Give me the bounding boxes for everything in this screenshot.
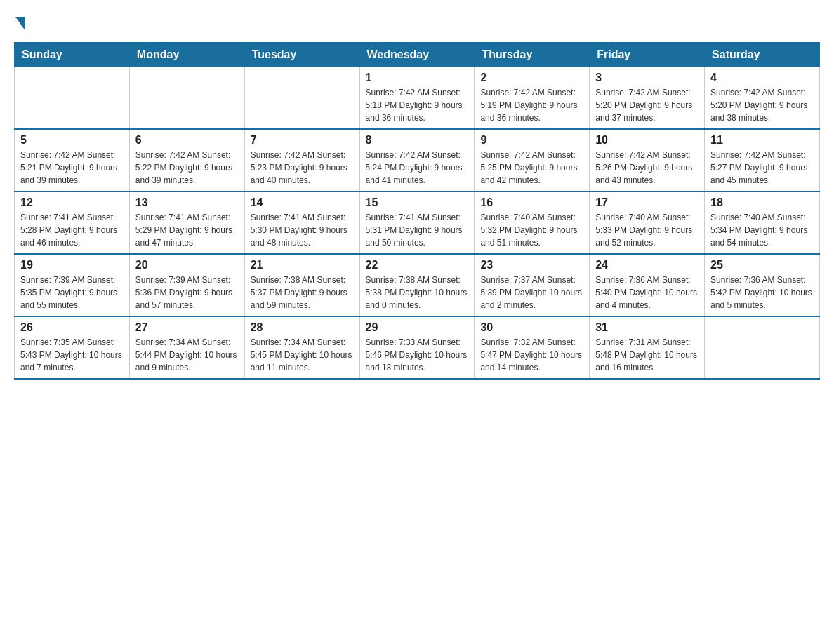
weekday-header-thursday: Thursday bbox=[475, 43, 590, 67]
day-info: Sunrise: 7:40 AM Sunset: 5:33 PM Dayligh… bbox=[595, 211, 699, 249]
calendar-cell: 17Sunrise: 7:40 AM Sunset: 5:33 PM Dayli… bbox=[590, 192, 705, 254]
calendar-cell: 30Sunrise: 7:32 AM Sunset: 5:47 PM Dayli… bbox=[475, 316, 590, 379]
day-info: Sunrise: 7:34 AM Sunset: 5:44 PM Dayligh… bbox=[135, 336, 239, 374]
calendar-cell: 25Sunrise: 7:36 AM Sunset: 5:42 PM Dayli… bbox=[705, 254, 820, 316]
day-info: Sunrise: 7:42 AM Sunset: 5:20 PM Dayligh… bbox=[595, 86, 699, 124]
day-info: Sunrise: 7:38 AM Sunset: 5:37 PM Dayligh… bbox=[251, 274, 354, 311]
calendar-week-row: 19Sunrise: 7:39 AM Sunset: 5:35 PM Dayli… bbox=[15, 254, 820, 316]
day-info: Sunrise: 7:39 AM Sunset: 5:35 PM Dayligh… bbox=[20, 274, 124, 311]
day-info: Sunrise: 7:38 AM Sunset: 5:38 PM Dayligh… bbox=[366, 274, 469, 311]
day-number: 17 bbox=[595, 196, 699, 209]
calendar-week-row: 1Sunrise: 7:42 AM Sunset: 5:18 PM Daylig… bbox=[15, 67, 820, 130]
calendar-cell: 8Sunrise: 7:42 AM Sunset: 5:24 PM Daylig… bbox=[359, 129, 475, 192]
day-info: Sunrise: 7:35 AM Sunset: 5:43 PM Dayligh… bbox=[20, 336, 124, 374]
day-number: 12 bbox=[20, 196, 124, 209]
day-number: 28 bbox=[251, 321, 354, 334]
day-number: 2 bbox=[480, 72, 583, 84]
day-info: Sunrise: 7:41 AM Sunset: 5:29 PM Dayligh… bbox=[135, 211, 239, 249]
day-number: 13 bbox=[135, 196, 239, 209]
calendar-cell: 9Sunrise: 7:42 AM Sunset: 5:25 PM Daylig… bbox=[475, 129, 590, 192]
day-number: 21 bbox=[251, 259, 354, 271]
calendar-cell: 13Sunrise: 7:41 AM Sunset: 5:29 PM Dayli… bbox=[129, 192, 244, 254]
weekday-header-sunday: Sunday bbox=[15, 43, 130, 67]
day-info: Sunrise: 7:40 AM Sunset: 5:32 PM Dayligh… bbox=[480, 211, 583, 249]
day-number: 27 bbox=[135, 321, 239, 334]
day-number: 11 bbox=[710, 134, 814, 147]
day-number: 9 bbox=[480, 134, 583, 147]
day-info: Sunrise: 7:36 AM Sunset: 5:40 PM Dayligh… bbox=[595, 274, 699, 311]
weekday-header-tuesday: Tuesday bbox=[244, 43, 359, 67]
day-number: 19 bbox=[20, 259, 124, 271]
calendar-cell bbox=[129, 67, 244, 130]
day-number: 18 bbox=[710, 196, 814, 209]
calendar-week-row: 26Sunrise: 7:35 AM Sunset: 5:43 PM Dayli… bbox=[15, 316, 820, 379]
weekday-header-wednesday: Wednesday bbox=[359, 43, 475, 67]
day-number: 16 bbox=[480, 196, 583, 209]
day-info: Sunrise: 7:36 AM Sunset: 5:42 PM Dayligh… bbox=[710, 274, 814, 311]
calendar-cell bbox=[244, 67, 359, 130]
calendar-cell: 29Sunrise: 7:33 AM Sunset: 5:46 PM Dayli… bbox=[359, 316, 475, 379]
day-number: 5 bbox=[20, 134, 124, 147]
day-number: 24 bbox=[595, 259, 699, 271]
day-number: 15 bbox=[366, 196, 469, 209]
day-info: Sunrise: 7:41 AM Sunset: 5:28 PM Dayligh… bbox=[20, 211, 124, 249]
calendar-cell: 21Sunrise: 7:38 AM Sunset: 5:37 PM Dayli… bbox=[244, 254, 359, 316]
day-info: Sunrise: 7:39 AM Sunset: 5:36 PM Dayligh… bbox=[135, 274, 239, 311]
day-info: Sunrise: 7:42 AM Sunset: 5:24 PM Dayligh… bbox=[366, 149, 469, 187]
day-info: Sunrise: 7:42 AM Sunset: 5:22 PM Dayligh… bbox=[135, 149, 239, 187]
calendar-cell: 12Sunrise: 7:41 AM Sunset: 5:28 PM Dayli… bbox=[15, 192, 130, 254]
calendar-cell: 18Sunrise: 7:40 AM Sunset: 5:34 PM Dayli… bbox=[705, 192, 820, 254]
day-info: Sunrise: 7:33 AM Sunset: 5:46 PM Dayligh… bbox=[366, 336, 469, 374]
day-info: Sunrise: 7:42 AM Sunset: 5:19 PM Dayligh… bbox=[480, 86, 583, 124]
calendar-week-row: 12Sunrise: 7:41 AM Sunset: 5:28 PM Dayli… bbox=[15, 192, 820, 254]
calendar-cell: 6Sunrise: 7:42 AM Sunset: 5:22 PM Daylig… bbox=[129, 129, 244, 192]
day-info: Sunrise: 7:42 AM Sunset: 5:23 PM Dayligh… bbox=[251, 149, 354, 187]
calendar-cell: 10Sunrise: 7:42 AM Sunset: 5:26 PM Dayli… bbox=[590, 129, 705, 192]
day-number: 4 bbox=[710, 72, 814, 84]
calendar-week-row: 5Sunrise: 7:42 AM Sunset: 5:21 PM Daylig… bbox=[15, 129, 820, 192]
calendar-cell: 24Sunrise: 7:36 AM Sunset: 5:40 PM Dayli… bbox=[590, 254, 705, 316]
day-info: Sunrise: 7:34 AM Sunset: 5:45 PM Dayligh… bbox=[251, 336, 354, 374]
day-number: 3 bbox=[595, 72, 699, 84]
day-info: Sunrise: 7:31 AM Sunset: 5:48 PM Dayligh… bbox=[595, 336, 699, 374]
calendar-cell bbox=[705, 316, 820, 379]
day-number: 20 bbox=[135, 259, 239, 271]
calendar-cell: 28Sunrise: 7:34 AM Sunset: 5:45 PM Dayli… bbox=[244, 316, 359, 379]
day-number: 7 bbox=[251, 134, 354, 147]
day-number: 30 bbox=[480, 321, 583, 334]
weekday-header-saturday: Saturday bbox=[705, 43, 820, 67]
day-number: 31 bbox=[595, 321, 699, 334]
weekday-header-friday: Friday bbox=[590, 43, 705, 67]
day-info: Sunrise: 7:37 AM Sunset: 5:39 PM Dayligh… bbox=[480, 274, 583, 311]
day-number: 14 bbox=[251, 196, 354, 209]
calendar-cell: 11Sunrise: 7:42 AM Sunset: 5:27 PM Dayli… bbox=[705, 129, 820, 192]
calendar-cell bbox=[15, 67, 130, 130]
day-number: 6 bbox=[135, 134, 239, 147]
day-info: Sunrise: 7:42 AM Sunset: 5:26 PM Dayligh… bbox=[595, 149, 699, 187]
calendar-cell: 15Sunrise: 7:41 AM Sunset: 5:31 PM Dayli… bbox=[359, 192, 475, 254]
day-info: Sunrise: 7:41 AM Sunset: 5:31 PM Dayligh… bbox=[366, 211, 469, 249]
calendar-cell: 4Sunrise: 7:42 AM Sunset: 5:20 PM Daylig… bbox=[705, 67, 820, 130]
calendar-cell: 22Sunrise: 7:38 AM Sunset: 5:38 PM Dayli… bbox=[359, 254, 475, 316]
calendar-cell: 14Sunrise: 7:41 AM Sunset: 5:30 PM Dayli… bbox=[244, 192, 359, 254]
calendar-cell: 26Sunrise: 7:35 AM Sunset: 5:43 PM Dayli… bbox=[15, 316, 130, 379]
day-number: 29 bbox=[366, 321, 469, 334]
calendar-cell: 27Sunrise: 7:34 AM Sunset: 5:44 PM Dayli… bbox=[129, 316, 244, 379]
calendar-cell: 16Sunrise: 7:40 AM Sunset: 5:32 PM Dayli… bbox=[475, 192, 590, 254]
day-number: 8 bbox=[366, 134, 469, 147]
calendar-cell: 2Sunrise: 7:42 AM Sunset: 5:19 PM Daylig… bbox=[475, 67, 590, 130]
page-header bbox=[14, 14, 820, 28]
calendar-cell: 23Sunrise: 7:37 AM Sunset: 5:39 PM Dayli… bbox=[475, 254, 590, 316]
calendar-cell: 1Sunrise: 7:42 AM Sunset: 5:18 PM Daylig… bbox=[359, 67, 475, 130]
day-info: Sunrise: 7:42 AM Sunset: 5:27 PM Dayligh… bbox=[710, 149, 814, 187]
calendar-table: SundayMondayTuesdayWednesdayThursdayFrid… bbox=[14, 42, 820, 380]
calendar-cell: 5Sunrise: 7:42 AM Sunset: 5:21 PM Daylig… bbox=[15, 129, 130, 192]
day-info: Sunrise: 7:40 AM Sunset: 5:34 PM Dayligh… bbox=[710, 211, 814, 249]
calendar-cell: 7Sunrise: 7:42 AM Sunset: 5:23 PM Daylig… bbox=[244, 129, 359, 192]
day-number: 22 bbox=[366, 259, 469, 271]
day-info: Sunrise: 7:41 AM Sunset: 5:30 PM Dayligh… bbox=[251, 211, 354, 249]
logo bbox=[14, 14, 25, 28]
day-number: 1 bbox=[366, 72, 469, 84]
day-number: 25 bbox=[710, 259, 814, 271]
day-info: Sunrise: 7:42 AM Sunset: 5:18 PM Dayligh… bbox=[366, 86, 469, 124]
